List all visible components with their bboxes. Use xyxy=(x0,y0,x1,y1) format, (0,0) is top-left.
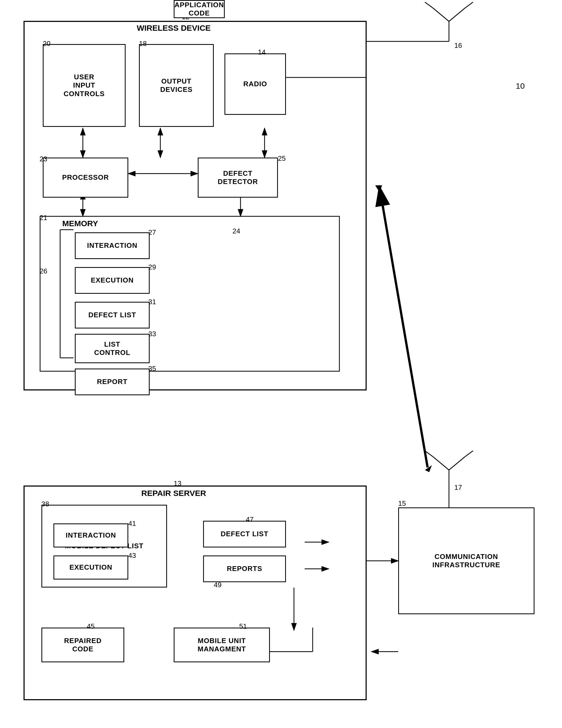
repair-server-label: REPAIR SERVER xyxy=(107,489,240,498)
ref-47: 47 xyxy=(246,515,253,524)
application-code-box: APPLICATION CODE xyxy=(174,0,225,18)
interaction-box: INTERACTION xyxy=(75,232,150,259)
user-input-controls-label: USER INPUT CONTROLS xyxy=(64,73,105,98)
list-control-label: LIST CONTROL xyxy=(94,340,130,357)
defect-list2-box: DEFECT LIST xyxy=(203,521,286,547)
svg-line-24 xyxy=(425,2,433,8)
ref-21: 21 xyxy=(40,214,47,222)
svg-line-22 xyxy=(433,8,449,21)
execution2-box: EXECUTION xyxy=(53,555,128,580)
communication-infrastructure-label: COMMUNICATION INFRASTRUCTURE xyxy=(432,553,500,569)
ref-23: 23 xyxy=(40,155,47,163)
svg-marker-19 xyxy=(375,185,382,192)
interaction2-box: INTERACTION xyxy=(53,523,128,547)
communication-infrastructure-box: COMMUNICATION INFRASTRUCTURE xyxy=(398,507,534,614)
ref-15: 15 xyxy=(398,499,406,508)
svg-line-16 xyxy=(380,187,428,467)
ref-33: 33 xyxy=(148,330,156,338)
ref-17: 17 xyxy=(454,483,462,492)
ref-29: 29 xyxy=(148,263,156,271)
repaired-code-box: REPAIRED CODE xyxy=(41,628,124,662)
svg-line-31 xyxy=(425,451,433,457)
radio-box: RADIO xyxy=(224,53,286,115)
svg-line-17 xyxy=(380,187,428,467)
wireless-device-label: WIRELESS DEVICE xyxy=(107,24,240,33)
mobile-unit-management-box: MOBILE UNIT MANAGMENT xyxy=(174,628,270,662)
defect-list2-label: DEFECT LIST xyxy=(221,530,268,538)
user-input-controls-box: USER INPUT CONTROLS xyxy=(43,44,126,127)
ref-49: 49 xyxy=(214,581,221,589)
interaction-label: INTERACTION xyxy=(87,241,138,250)
svg-marker-20 xyxy=(425,465,432,472)
execution-box: EXECUTION xyxy=(75,267,150,294)
reports-label: REPORTS xyxy=(227,565,262,573)
defect-detector-label: DEFECT DETECTOR xyxy=(218,169,258,186)
ref-24: 24 xyxy=(232,227,240,235)
memory-label: MEMORY xyxy=(53,219,107,228)
ref-18: 18 xyxy=(139,40,147,48)
ref-10: 10 xyxy=(516,81,525,91)
report-label: REPORT xyxy=(97,378,127,386)
ref-20: 20 xyxy=(43,40,50,48)
processor-label: PROCESSOR xyxy=(62,173,109,182)
ref-35: 35 xyxy=(148,365,156,373)
reports-box: REPORTS xyxy=(203,555,286,582)
ref-13: 13 xyxy=(174,479,181,488)
ref-26: 26 xyxy=(40,267,47,275)
execution2-label: EXECUTION xyxy=(69,563,112,572)
defect-list-label: DEFECT LIST xyxy=(88,311,136,319)
ref-31: 31 xyxy=(148,298,156,306)
defect-detector-box: DEFECT DETECTOR xyxy=(198,158,278,198)
defect-list-box: DEFECT LIST xyxy=(75,302,150,328)
svg-line-30 xyxy=(449,457,465,470)
list-control-box: LIST CONTROL xyxy=(75,334,150,363)
svg-line-23 xyxy=(449,8,465,21)
ref-43: 43 xyxy=(128,551,136,560)
report-box: REPORT xyxy=(75,369,150,395)
output-devices-label: OUTPUT DEVICES xyxy=(160,77,192,94)
mobile-unit-management-label: MOBILE UNIT MANAGMENT xyxy=(198,637,246,653)
execution-label: EXECUTION xyxy=(91,276,134,284)
ref-45: 45 xyxy=(87,622,95,631)
radio-label: RADIO xyxy=(243,80,267,88)
ref-16: 16 xyxy=(454,41,462,50)
repaired-code-label: REPAIRED CODE xyxy=(64,637,101,653)
svg-line-25 xyxy=(465,2,473,8)
application-code-label: APPLICATION CODE xyxy=(174,1,224,17)
ref-41: 41 xyxy=(128,519,136,528)
ref-38: 38 xyxy=(41,500,49,508)
svg-line-32 xyxy=(465,451,473,457)
svg-line-18 xyxy=(380,187,428,467)
ref-27: 27 xyxy=(148,228,156,237)
ref-14: 14 xyxy=(258,48,265,56)
output-devices-box: OUTPUT DEVICES xyxy=(139,44,214,127)
processor-box: PROCESSOR xyxy=(43,158,128,198)
svg-line-29 xyxy=(433,457,449,470)
interaction2-label: INTERACTION xyxy=(66,531,116,539)
ref-25: 25 xyxy=(278,154,286,163)
ref-51: 51 xyxy=(239,622,247,631)
diagram: WIRELESS DEVICE 12 USER INPUT CONTROLS 2… xyxy=(0,0,562,728)
